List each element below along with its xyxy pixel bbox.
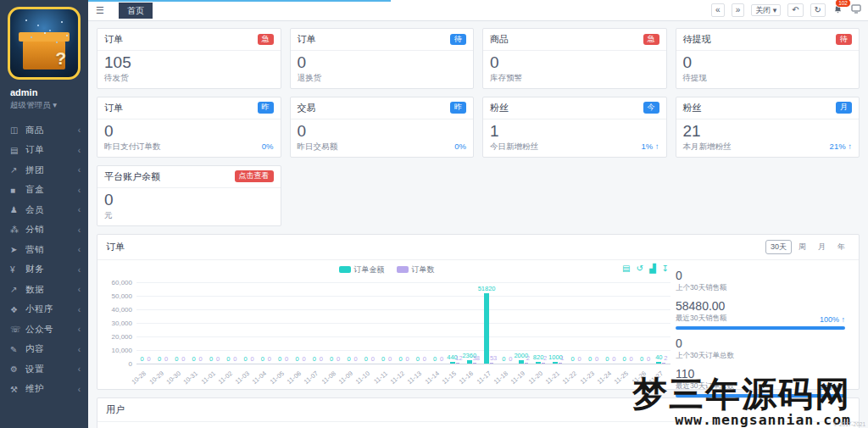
stat-card: 粉丝今1今日新增粉丝1% ↑	[482, 97, 667, 158]
stat-card-value: 0	[490, 53, 659, 72]
miniprogram-icon: ❖	[10, 305, 23, 314]
amount-label: 0	[623, 355, 626, 363]
stat-card-label: 待提现	[683, 73, 708, 84]
count-label: 12	[455, 354, 462, 362]
stat-card-percent: 21% ↑	[830, 142, 852, 153]
fullscreen-icon[interactable]	[850, 3, 862, 17]
amount-label: 0	[433, 355, 437, 363]
tab-home[interactable]: 首页	[119, 3, 153, 19]
stat-card-value: 105	[104, 53, 274, 72]
sidebar-item-content[interactable]: ✎内容‹	[0, 340, 88, 360]
hamburger-icon[interactable]: ☰	[96, 5, 104, 16]
sidebar-item-groupbuy[interactable]: ↗拼团‹	[0, 160, 88, 181]
sidebar-item-miniprogram[interactable]: ❖小程序‹	[0, 300, 88, 320]
stat-label: 上个30天销售额	[676, 283, 845, 293]
stat-card: 订单待0退换货	[290, 28, 475, 89]
stat-card-label: 昨日交易额	[298, 142, 338, 153]
count-bar	[490, 363, 493, 364]
stat-card-value: 0	[298, 53, 467, 72]
dashboard-content: 订单急105待发货订单待0退换货商品急0库存预警待提现待0待提现 订单昨0昨日支…	[88, 21, 868, 428]
legend-label: 订单数	[412, 264, 435, 275]
y-axis-tick: 50,000	[112, 292, 132, 299]
chart-legend: 订单金额订单数	[97, 264, 676, 275]
restore-icon[interactable]: ↺	[637, 264, 643, 273]
range-button-30天[interactable]: 30天	[765, 240, 792, 254]
goods-icon: ◫	[10, 125, 23, 135]
sidebar-item-finance[interactable]: ¥财务‹	[0, 260, 88, 281]
refresh-icon[interactable]: ↻	[810, 3, 826, 17]
stat-card-value: 21	[683, 122, 853, 141]
notification-count-badge: 102	[835, 0, 851, 8]
tab-scroll-left-icon[interactable]: «	[711, 3, 725, 17]
chevron-icon: ‹	[78, 125, 81, 135]
stat-card-label: 昨日支付订单数	[104, 142, 161, 153]
topbar: ☰ 首页 « » 关闭 ▾ ↶ ↻ 102	[88, 0, 868, 21]
back-icon[interactable]: ↶	[787, 3, 803, 17]
amount-label: 0	[347, 355, 350, 363]
stat-card-badge: 昨	[258, 102, 274, 114]
y-axis-tick: 20,000	[112, 332, 132, 340]
sidebar-item-data[interactable]: ↗数据‹	[0, 280, 88, 300]
sidebar-item-goods[interactable]: ◫商品‹	[0, 120, 88, 141]
stat-card: 订单急105待发货	[97, 28, 281, 89]
tab-scroll-right-icon[interactable]: »	[732, 3, 745, 17]
count-label: 1	[560, 354, 564, 362]
sidebar-item-settings[interactable]: ⚙设置‹	[0, 359, 88, 380]
chart-switch-icon[interactable]: ▟	[649, 264, 656, 273]
amount-label: 0	[330, 355, 333, 363]
sidebar-item-members[interactable]: ♟会员‹	[0, 200, 88, 220]
y-axis-tick: 0	[129, 359, 132, 367]
sidebar-item-label: 订单	[25, 144, 78, 156]
range-button-年[interactable]: 年	[832, 240, 850, 254]
close-tabs-dropdown[interactable]: 关闭 ▾	[751, 4, 781, 17]
count-label: 0	[181, 355, 185, 363]
count-label: 0	[337, 355, 340, 363]
progress-bar	[676, 326, 845, 330]
amount-label: 0	[381, 355, 385, 363]
sidebar-item-distribution[interactable]: ⁂分销‹	[0, 220, 88, 241]
amount-label: 0	[416, 355, 420, 363]
sidebar-item-orders[interactable]: ▤订单‹	[0, 141, 88, 161]
sidebar-item-maintenance[interactable]: ⚒维护‹	[0, 380, 88, 400]
legend-item[interactable]: 订单数	[397, 264, 435, 275]
trend-chart-icon: ↗	[10, 165, 23, 175]
count-label: 0	[371, 355, 375, 363]
amount-label: 0	[364, 355, 368, 363]
stat-card-title: 粉丝	[683, 102, 702, 114]
sidebar: ? admin 超级管理员 ▾ ◫商品‹▤订单‹↗拼团‹■盲盒‹♟会员‹⁂分销‹…	[0, 0, 88, 428]
stat-card-label: 退换货	[298, 73, 322, 84]
data-view-icon[interactable]: ▤	[622, 264, 630, 273]
stat-label: 最近30天销售额	[676, 314, 726, 324]
count-bar	[559, 363, 562, 364]
amount-label: 0	[209, 355, 213, 363]
user-role-dropdown[interactable]: 超级管理员 ▾	[10, 100, 88, 111]
stat-card: 粉丝月21本月新增粉丝21% ↑	[676, 97, 860, 158]
count-label: 0	[268, 355, 271, 363]
count-label: 0	[595, 355, 598, 363]
view-balance-button[interactable]: 点击查看	[235, 170, 274, 182]
range-button-月[interactable]: 月	[813, 240, 831, 254]
notification-bell-icon[interactable]: 102	[832, 3, 843, 18]
sidebar-item-official-account[interactable]: ☏公众号‹	[0, 320, 88, 340]
sidebar-item-blindbox[interactable]: ■盲盒‹	[0, 181, 88, 201]
sidebar-item-label: 拼团	[25, 164, 78, 176]
sidebar-item-label: 分销	[25, 224, 78, 236]
main-area: ☰ 首页 « » 关闭 ▾ ↶ ↻ 102 订单急105待发货订单待0退换货商品…	[88, 0, 868, 428]
balance-card-title: 平台账户余额	[104, 170, 160, 183]
gridline	[136, 350, 670, 351]
amount-bar	[519, 360, 524, 363]
user-block: admin 超级管理员 ▾	[10, 87, 88, 111]
chevron-icon: ‹	[78, 245, 81, 254]
sidebar-item-marketing[interactable]: ➤营销‹	[0, 240, 88, 260]
stat-card-badge: 急	[258, 34, 274, 46]
wrench-icon: ⚒	[10, 385, 23, 394]
stat-card-percent: 0%	[454, 142, 466, 153]
save-image-icon[interactable]: ↧	[662, 264, 669, 273]
watermark-copyright: © 2017-2021	[833, 421, 865, 427]
legend-item[interactable]: 订单金额	[339, 264, 385, 275]
range-button-周[interactable]: 周	[793, 240, 811, 254]
range-button-group: 30天周月年	[765, 240, 850, 254]
sidebar-item-label: 内容	[25, 343, 78, 355]
count-label: 53	[490, 354, 497, 362]
finance-icon: ¥	[10, 265, 23, 275]
